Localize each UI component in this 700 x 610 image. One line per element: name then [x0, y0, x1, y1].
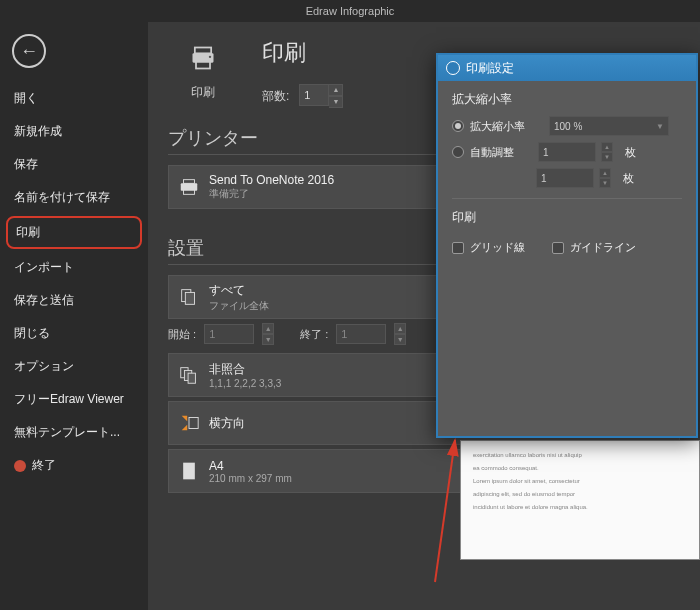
fit-cols-stepper[interactable]: ▲▼ [601, 142, 613, 162]
print-tile-label: 印刷 [168, 84, 238, 101]
orientation-icon [169, 412, 209, 434]
nav-new[interactable]: 新規作成 [0, 115, 148, 148]
range-start-stepper[interactable]: ▲▼ [262, 323, 274, 345]
svg-rect-0 [195, 48, 211, 54]
copies-input[interactable] [299, 84, 329, 106]
copies-label: 部数: [262, 88, 289, 105]
fit-rows-input[interactable]: 1 [536, 168, 594, 188]
fit-rows-unit: 枚 [623, 171, 634, 186]
paper-icon [169, 459, 209, 483]
svg-marker-13 [182, 425, 188, 431]
copies-stepper[interactable]: ▲▼ [329, 84, 343, 108]
title-bar: Edraw Infographic [0, 0, 700, 22]
svg-rect-5 [184, 180, 195, 184]
svg-rect-8 [185, 292, 194, 304]
range-end-stepper[interactable]: ▲▼ [394, 323, 406, 345]
grid-checkbox-label: グリッド線 [470, 240, 525, 255]
pages-icon [169, 286, 209, 308]
zoom-radio-label: 拡大縮小率 [470, 119, 525, 134]
nav-print[interactable]: 印刷 [6, 216, 142, 249]
fit-radio[interactable] [452, 146, 464, 158]
nav-exit[interactable]: 終了 [0, 449, 148, 482]
svg-rect-11 [188, 373, 195, 383]
fit-rows-stepper[interactable]: ▲▼ [599, 168, 611, 188]
printer-small-icon [169, 176, 209, 198]
range-start-label: 開始 : [168, 327, 196, 342]
grid-checkbox[interactable] [452, 242, 464, 254]
svg-rect-15 [183, 463, 195, 480]
range-end-input[interactable] [336, 324, 386, 344]
fit-radio-label: 自動調整 [470, 145, 514, 160]
sidebar: ← 開く 新規作成 保存 名前を付けて保存 印刷 インポート 保存と送信 閉じる… [0, 22, 148, 610]
page-title: 印刷 [262, 38, 343, 68]
printer-icon [179, 38, 227, 78]
range-end-label: 終了 : [300, 327, 328, 342]
nav-viewer[interactable]: フリーEdraw Viewer [0, 383, 148, 416]
nav-save[interactable]: 保存 [0, 148, 148, 181]
collate-icon [169, 364, 209, 386]
svg-rect-14 [189, 418, 198, 429]
nav-import[interactable]: インポート [0, 251, 148, 284]
range-start-input[interactable] [204, 324, 254, 344]
guide-checkbox-label: ガイドライン [570, 240, 636, 255]
nav-close[interactable]: 閉じる [0, 317, 148, 350]
zoom-group-label: 拡大縮小率 [452, 91, 682, 108]
nav-exit-label: 終了 [32, 457, 56, 474]
nav-options[interactable]: オプション [0, 350, 148, 383]
nav-templates[interactable]: 無料テンプレート... [0, 416, 148, 449]
svg-point-3 [209, 56, 211, 58]
nav-open[interactable]: 開く [0, 82, 148, 115]
fit-cols-unit: 枚 [625, 145, 636, 160]
zoom-radio[interactable] [452, 120, 464, 132]
exit-icon [14, 460, 26, 472]
chevron-down-icon: ▼ [656, 122, 664, 131]
guide-checkbox[interactable] [552, 242, 564, 254]
print-preview: exercitation ullamco laboris nisi ut ali… [460, 440, 700, 560]
svg-marker-12 [182, 416, 188, 422]
zoom-value-select[interactable]: 100 %▼ [549, 116, 669, 136]
print-group-label: 印刷 [452, 209, 682, 226]
back-arrow-icon: ← [20, 41, 38, 62]
dialog-title-label: 印刷設定 [466, 60, 514, 77]
print-settings-dialog: 印刷設定 拡大縮小率 拡大縮小率 100 %▼ 自動調整 1 ▲▼ 枚 1 ▲▼… [436, 53, 698, 438]
dialog-app-icon [446, 61, 460, 75]
fit-cols-input[interactable]: 1 [538, 142, 596, 162]
nav-save-send[interactable]: 保存と送信 [0, 284, 148, 317]
nav-save-as[interactable]: 名前を付けて保存 [0, 181, 148, 214]
dialog-titlebar[interactable]: 印刷設定 [438, 55, 696, 81]
back-button[interactable]: ← [12, 34, 46, 68]
print-button-tile[interactable]: 印刷 [168, 38, 238, 101]
